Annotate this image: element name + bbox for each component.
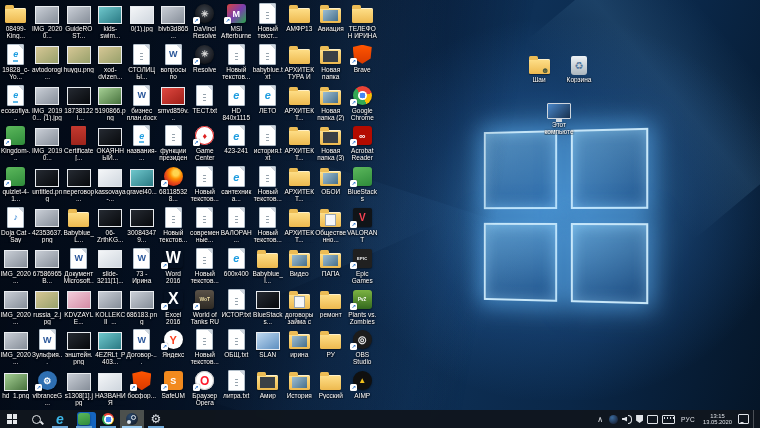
desktop-icon[interactable]: АРХИТЕКТУРА И СКУЛЬ...	[284, 42, 316, 83]
desktop-icon[interactable]: hd_1.png	[0, 368, 32, 409]
desktop-icon[interactable]: EPIC↗Epic Games Launcher	[347, 246, 379, 287]
desktop-icon[interactable]: ремонт	[315, 287, 347, 328]
desktop-icon[interactable]: KDVZAYLE...	[63, 287, 95, 328]
desktop-icon[interactable]: 4EZRLt_P403...	[95, 327, 127, 368]
desktop-icon[interactable]: Новый текстов...	[189, 164, 221, 205]
desktop-icon[interactable]: ◎↗OBS Studio	[347, 327, 379, 368]
desktop-icon[interactable]: ↗quizlet-4-1...	[0, 164, 32, 205]
desktop-icon[interactable]: ⚙↗vibranceG...	[32, 368, 64, 409]
desktop-icon[interactable]: IMG_2020...	[0, 246, 32, 287]
desktop-icon[interactable]: Babyblue_l...	[252, 246, 284, 287]
desktop-icon[interactable]: Новый текстов...	[158, 205, 190, 246]
desktop-icon[interactable]: 42353637.png	[32, 205, 64, 246]
desktop-icon[interactable]: Новый текст...	[252, 1, 284, 42]
volume-icon[interactable]	[622, 410, 632, 428]
desktop-icon[interactable]: АРХИТЕКТ... РОССИИ И...	[284, 83, 316, 124]
desktop-icon[interactable]: ОКАЯННЫЙ...	[95, 123, 127, 164]
desktop-icon[interactable]: O↗Браузер Opera	[189, 368, 221, 409]
desktop-icon[interactable]: Y↗Яндекс	[158, 327, 190, 368]
desktop-icon[interactable]: договоры займа с о...	[284, 287, 316, 328]
desktop-icon[interactable]: Новый текстов...	[189, 246, 221, 287]
desktop-icon[interactable]: babyblue.txt	[252, 42, 284, 83]
desktop-icon[interactable]: eecosofiya...	[0, 83, 32, 124]
desktop-icon[interactable]: Новый текстов...	[189, 327, 221, 368]
desktop-icon[interactable]: ↗Google Chrome	[347, 83, 379, 124]
desktop-icon[interactable]: Certificate[...	[63, 123, 95, 164]
desktop-icon[interactable]: Видео	[284, 246, 316, 287]
chevron-up-icon[interactable]: ∧	[595, 410, 605, 428]
desktop-icon[interactable]: ВАЛОРАН...	[221, 205, 253, 246]
desktop-icon[interactable]: kids-swim...	[95, 1, 127, 42]
desktop-icon[interactable]: eHD 840x1115	[221, 83, 253, 124]
desktop-icon[interactable]: Wвопросы по авиатранс...	[158, 42, 190, 83]
desktop-icon[interactable]: smvd859v...	[158, 83, 190, 124]
desktop-icon[interactable]: Авиация	[315, 1, 347, 42]
search-taskbar-button[interactable]	[24, 410, 48, 428]
desktop-icon[interactable]: kassovaya-...	[95, 164, 127, 205]
desktop-icon[interactable]: ОБЩ.txt	[221, 327, 253, 368]
desktop-icon[interactable]: История	[284, 368, 316, 409]
show-desktop-button[interactable]	[753, 410, 757, 428]
taskbar-clock[interactable]: 13:15 13.05.2020	[701, 410, 734, 428]
desktop-icon[interactable]: e600x400	[221, 246, 253, 287]
desktop-icon[interactable]: V↗VALORANT	[347, 205, 379, 246]
desktop-icon[interactable]: ОБОИ	[315, 164, 347, 205]
desktop-icon[interactable]: ↗босфор...	[126, 368, 158, 409]
desktop-icon[interactable]: Амир	[252, 368, 284, 409]
desktop-icon[interactable]: WДокумент Microsoft...	[63, 246, 95, 287]
desktop-icon[interactable]: Новый текстов...	[252, 205, 284, 246]
desktop-icon[interactable]: s1308[1].jpg	[63, 368, 95, 409]
desktop-icon[interactable]: e423-241	[221, 123, 253, 164]
desktop-icon[interactable]: современные...	[189, 205, 221, 246]
desktop-icon[interactable]: GuideROST...	[63, 1, 95, 42]
desktop-icon[interactable]: 06-ZrthKG...	[95, 205, 127, 246]
desktop-icon[interactable]: SLAN	[252, 327, 284, 368]
desktop-icon[interactable]: история.txt	[252, 123, 284, 164]
desktop-icon[interactable]: xod-dvizen...	[95, 42, 127, 83]
desktop-icon[interactable]: WЗульфия...	[32, 327, 64, 368]
desktop-icon[interactable]: S↗SafeUM	[158, 368, 190, 409]
defender-icon[interactable]	[636, 410, 643, 428]
desktop-icon[interactable]: Новый текстов...	[252, 164, 284, 205]
desktop-icon[interactable]: Wбизнес план.docx	[126, 83, 158, 124]
desktop-icon[interactable]: энштейн.png	[63, 327, 95, 368]
desktop-icon[interactable]: WoT↗World of Tanks RU	[189, 287, 221, 328]
desktop-icon[interactable]: eназвания-...	[126, 123, 158, 164]
desktop-icon[interactable]: BlueStacks...	[252, 287, 284, 328]
desktop-icon[interactable]: gravel40...	[126, 164, 158, 205]
desktop-icon[interactable]: IMG_20190...	[32, 123, 64, 164]
desktop-icon[interactable]: НАЗВАНИЯ РОССИИ1.jpg	[95, 368, 127, 409]
desktop-icon[interactable]: СТОЛИЦЫ...	[126, 42, 158, 83]
desktop-icon[interactable]: ↗BlueStacks	[347, 164, 379, 205]
desktop-icon[interactable]: ПАПА	[315, 246, 347, 287]
desktop-icon[interactable]: Этот компьютер	[532, 97, 586, 135]
desktop-icon[interactable]: IMG_20200...	[32, 1, 64, 42]
edge-taskbar-button[interactable]: e	[48, 410, 72, 428]
desktop-icon[interactable]: 686183.png	[126, 287, 158, 328]
desktop-icon[interactable]: ТЕСТ.txt	[189, 83, 221, 124]
desktop-icon[interactable]: untitled.png	[32, 164, 64, 205]
desktop-icon[interactable]: ✳↗Resolve	[189, 42, 221, 83]
desktop-icon[interactable]: ♻Корзина	[556, 52, 602, 83]
desktop-icon[interactable]: IMG_2020...	[0, 287, 32, 328]
desktop-icon[interactable]: X↗Excel 2016	[158, 287, 190, 328]
desktop-icon[interactable]: W↗Word 2016	[158, 246, 190, 287]
desktop-icon[interactable]: Новая папка	[315, 42, 347, 83]
desktop-icon[interactable]: АРХИТЕКТ... ВЛАДИМИР	[284, 123, 316, 164]
desktop-icon[interactable]: ✳↗DaVinci Resolve Pro...	[189, 1, 221, 42]
touch-keyboard-icon[interactable]	[662, 410, 675, 428]
desktop-icon[interactable]: 0(1).jpg	[126, 1, 158, 42]
language-indicator[interactable]: РУС	[679, 410, 697, 428]
desktop-icon[interactable]: Новая папка (3)	[315, 123, 347, 164]
steam-tray-icon[interactable]	[609, 410, 618, 428]
desktop-icon[interactable]: литра.txt	[221, 368, 253, 409]
desktop-icon[interactable]: IMG_2020...	[0, 327, 32, 368]
action-center-button[interactable]	[738, 410, 749, 428]
bluestacks-taskbar-button[interactable]	[72, 410, 96, 428]
desktop-icon[interactable]: IMG_20190... (1).jpg	[32, 83, 64, 124]
display-tray-icon[interactable]	[647, 410, 658, 428]
desktop-icon[interactable]: ИСТОР.txt	[221, 287, 253, 328]
desktop-icon[interactable]: 08499-King...	[0, 1, 32, 42]
desktop-icon[interactable]: Общественно...	[315, 205, 347, 246]
desktop-icon[interactable]: 18738122_i...	[63, 83, 95, 124]
